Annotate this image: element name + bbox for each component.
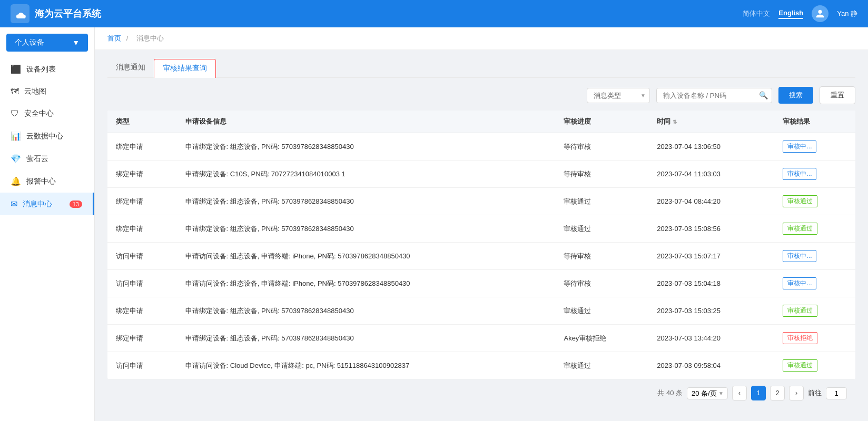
table-row: 访问申请 申请访问设备: 组态设备, 申请终端: iPhone, PN码: 57… xyxy=(107,270,855,297)
total-count: 共 40 条 xyxy=(657,388,683,398)
search-input-wrapper: 🔍 xyxy=(656,88,772,103)
table-row: 访问申请 申请访问设备: 组态设备, 申请终端: iPhone, PN码: 57… xyxy=(107,243,855,270)
cell-result: 审核通过 xyxy=(774,188,855,215)
cell-result: 审核通过 xyxy=(774,297,855,325)
cloud-logo-icon xyxy=(11,4,29,23)
cell-info: 申请访问设备: Cloud Device, 申请终端: pc, PN码: 515… xyxy=(177,352,556,379)
search-button[interactable]: 搜索 xyxy=(778,87,813,104)
tab-notification[interactable]: 消息通知 xyxy=(107,58,154,77)
cell-progress: 等待审核 xyxy=(555,243,648,270)
cell-info: 申请绑定设备: 组态设备, PN码: 5703978628348850430 xyxy=(177,325,556,352)
table-row: 绑定申请 申请绑定设备: 组态设备, PN码: 5703978628348850… xyxy=(107,188,855,215)
cell-time: 2023-07-04 11:03:03 xyxy=(648,161,774,188)
tab-review-result[interactable]: 审核结果查询 xyxy=(154,59,216,78)
message-badge: 13 xyxy=(70,201,82,208)
breadcrumb-home[interactable]: 首页 xyxy=(107,34,121,42)
cell-type: 访问申请 xyxy=(107,243,177,270)
toolbar: 消息类型 🔍 搜索 重置 xyxy=(107,86,855,104)
breadcrumb: 首页 / 消息中心 xyxy=(95,27,868,50)
col-result: 审核结果 xyxy=(774,111,855,133)
table-row: 绑定申请 申请绑定设备: 组态设备, PN码: 5703978628348850… xyxy=(107,297,855,325)
page-btn-2[interactable]: 2 xyxy=(770,386,785,400)
cell-time: 2023-07-03 15:08:56 xyxy=(648,215,774,243)
cell-result: 审核通过 xyxy=(774,215,855,243)
cell-info: 申请绑定设备: C10S, PN码: 707272341084010003 1 xyxy=(177,161,556,188)
status-badge: 审核通过 xyxy=(783,305,817,317)
bell-icon: 🔔 xyxy=(11,176,21,186)
cell-time: 2023-07-03 15:07:17 xyxy=(648,243,774,270)
user-name: Yan 静 xyxy=(837,9,857,18)
mail-icon: ✉ xyxy=(11,199,17,209)
status-badge: 审核中... xyxy=(783,141,816,153)
page-btn-1[interactable]: 1 xyxy=(751,386,766,400)
breadcrumb-separator: / xyxy=(126,34,129,42)
goto-label: 前往 xyxy=(808,388,822,398)
sidebar-item-label: 报警中心 xyxy=(26,177,56,186)
sidebar-item-alert[interactable]: 🔔 报警中心 xyxy=(0,170,94,193)
status-badge: 审核通过 xyxy=(783,223,817,235)
cell-progress: 等待审核 xyxy=(555,133,648,161)
logo: 海为云平台系统 xyxy=(11,4,743,23)
cell-type: 绑定申请 xyxy=(107,215,177,243)
sidebar-item-cloud-map[interactable]: 🗺 云地图 xyxy=(0,81,94,103)
cell-info: 申请绑定设备: 组态设备, PN码: 5703978628348850430 xyxy=(177,297,556,325)
header: 海为云平台系统 简体中文 English Yan 静 xyxy=(0,0,868,27)
page-input[interactable] xyxy=(826,387,847,399)
col-time[interactable]: 时间 ⇅ xyxy=(648,111,774,133)
monitor-icon: ⬛ xyxy=(11,64,21,74)
device-dropdown-btn[interactable]: 个人设备 ▼ xyxy=(6,34,88,52)
data-table: 类型 申请设备信息 审核进度 时间 ⇅ 审核结果 绑定申请 申请绑定设备: xyxy=(107,111,855,379)
lang-zh-btn[interactable]: 简体中文 xyxy=(743,9,770,18)
table-row: 绑定申请 申请绑定设备: 组态设备, PN码: 5703978628348850… xyxy=(107,215,855,243)
cell-time: 2023-07-03 15:03:25 xyxy=(648,297,774,325)
sidebar-item-label: 萤石云 xyxy=(26,154,48,164)
cell-info: 申请绑定设备: 组态设备, PN码: 5703978628348850430 xyxy=(177,188,556,215)
status-badge: 审核通过 xyxy=(783,359,817,372)
table-header-row: 类型 申请设备信息 审核进度 时间 ⇅ 审核结果 xyxy=(107,111,855,133)
cell-type: 绑定申请 xyxy=(107,161,177,188)
table-row: 访问申请 申请访问设备: Cloud Device, 申请终端: pc, PN码… xyxy=(107,352,855,379)
cell-type: 访问申请 xyxy=(107,352,177,379)
filter-type-select[interactable]: 消息类型 xyxy=(587,88,650,103)
cell-progress: 等待审核 xyxy=(555,270,648,297)
chart-icon: 📊 xyxy=(11,131,21,141)
status-badge: 审核中... xyxy=(783,168,816,180)
chevron-down-icon: ▼ xyxy=(72,38,80,47)
pagination: 共 40 条 20 条/页 ‹ 1 2 › 前往 xyxy=(107,379,855,407)
avatar[interactable] xyxy=(812,5,828,22)
cell-time: 2023-07-03 15:04:18 xyxy=(648,270,774,297)
cell-progress: Akey审核拒绝 xyxy=(555,325,648,352)
page-size-select[interactable]: 20 条/页 xyxy=(687,387,728,399)
cell-type: 访问申请 xyxy=(107,270,177,297)
cell-result: 审核拒绝 xyxy=(774,325,855,352)
sidebar-item-label: 云地图 xyxy=(24,87,46,96)
search-input[interactable] xyxy=(656,88,772,103)
cell-result: 审核中... xyxy=(774,243,855,270)
gem-icon: 💎 xyxy=(11,154,21,164)
sidebar-item-security[interactable]: 🛡 安全中心 xyxy=(0,103,94,125)
status-badge: 审核中... xyxy=(783,277,816,289)
cell-info: 申请绑定设备: 组态设备, PN码: 5703978628348850430 xyxy=(177,215,556,243)
next-page-btn[interactable]: › xyxy=(789,386,804,400)
cell-type: 绑定申请 xyxy=(107,133,177,161)
reset-button[interactable]: 重置 xyxy=(820,86,855,104)
sidebar-item-gemstone[interactable]: 💎 萤石云 xyxy=(0,147,94,170)
cell-result: 审核通过 xyxy=(774,352,855,379)
cell-progress: 审核通过 xyxy=(555,297,648,325)
search-icon: 🔍 xyxy=(759,91,768,99)
table-row: 绑定申请 申请绑定设备: 组态设备, PN码: 5703978628348850… xyxy=(107,325,855,352)
col-progress: 审核进度 xyxy=(555,111,648,133)
sidebar-item-device-list[interactable]: ⬛ 设备列表 xyxy=(0,58,94,81)
cell-type: 绑定申请 xyxy=(107,188,177,215)
prev-page-btn[interactable]: ‹ xyxy=(732,386,747,400)
table-body: 绑定申请 申请绑定设备: 组态设备, PN码: 5703978628348850… xyxy=(107,133,855,379)
sidebar-item-cloud-data[interactable]: 📊 云数据中心 xyxy=(0,125,94,147)
sidebar-item-message[interactable]: ✉ 消息中心 13 xyxy=(0,193,94,215)
cell-result: 审核中... xyxy=(774,270,855,297)
main-content: 首页 / 消息中心 消息通知 审核结果查询 消息类型 xyxy=(95,27,868,421)
lang-en-btn[interactable]: English xyxy=(778,9,803,19)
cell-info: 申请访问设备: 组态设备, 申请终端: iPhone, PN码: 5703978… xyxy=(177,243,556,270)
cell-progress: 审核通过 xyxy=(555,215,648,243)
table-row: 绑定申请 申请绑定设备: C10S, PN码: 7072723410840100… xyxy=(107,161,855,188)
content-area: 消息通知 审核结果查询 消息类型 🔍 搜索 重置 xyxy=(95,50,868,415)
